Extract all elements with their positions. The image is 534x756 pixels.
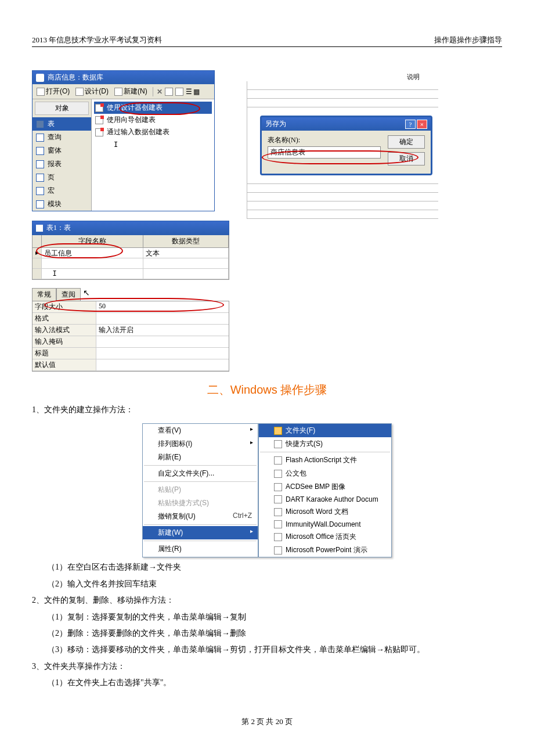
context-menu: 查看(V)排列图标(I)刷新(E)自定义文件夹(F)...粘贴(P)粘贴快捷方式… [142,423,258,557]
create-wizard-icon [95,116,103,124]
tab-general[interactable]: 常规 [32,288,56,301]
field-name-cell[interactable]: 员工信息 [42,248,143,258]
shortcut-label: Ctrl+Z [233,512,252,520]
prop-row-mask[interactable]: 输入掩码 [33,336,229,348]
header-right: 操作题操作步骤指导 [434,35,502,45]
prop-row-format[interactable]: 格式 [33,313,229,325]
submenu-label: ImmunityWall.Document [286,520,361,528]
toolbar-new[interactable]: 新建(N) [113,86,149,97]
table-row[interactable]: ▸ 员工信息 文本 [33,248,229,258]
filetype-icon [274,483,282,491]
tab-lookup[interactable]: 查阅 [56,288,81,301]
p-1: 1、文件夹的建立操作方法： [32,404,502,416]
table-design-title: 表1：表 [46,223,71,233]
help-icon[interactable]: ? [405,120,416,129]
cancel-button[interactable]: 取消 [388,152,425,165]
prop-row-caption[interactable]: 标题 [33,348,229,359]
submenu-item[interactable]: Microsoft Office 活页夹 [259,530,391,543]
submenu-item[interactable]: DART Karaoke Author Docum [259,494,391,505]
submenu-item[interactable]: ImmunityWall.Document [259,519,391,530]
toolbar-open[interactable]: 打开(O) [35,86,71,97]
ok-button[interactable]: 确定 [388,135,425,149]
menu-item[interactable]: 撤销复制(U)Ctrl+Z [143,510,258,523]
menu-item: 粘贴(P) [143,483,258,496]
submenu-item[interactable]: 公文包 [259,467,391,480]
p-2-1: （1）复制：选择要复制的文件夹，单击菜单编辑→复制 [32,611,502,624]
filetype-icon [274,508,282,516]
menu-item[interactable]: 属性(R) [143,542,258,556]
db-window-title: 商店信息：数据库 [48,73,103,82]
row-selector-icon[interactable]: ▸ [33,248,42,258]
detail-view-icon[interactable]: ▦ [193,88,199,96]
menu-item[interactable]: 自定义文件夹(F)... [143,467,258,480]
saveas-label: 表名称(N): [268,135,381,145]
main-item-wizard[interactable]: 使用向导创建表 [94,114,212,126]
open-icon [37,88,45,96]
submenu-label: Flash ActionScript 文件 [286,455,357,465]
p-1-1: （1）在空白区右击选择新建→文件夹 [32,561,502,574]
submenu-item[interactable]: Microsoft PowerPoint 演示 [259,543,391,557]
property-tabs: 常规 查阅 ↖ [32,288,229,301]
table-row[interactable]: I [33,269,229,279]
db-sidebar: 对象 表 查询 窗体 报表 页 宏 模块 [33,99,92,211]
filetype-icon [274,470,282,478]
p-3-1: （1）在文件夹上右击选择"共享"。 [32,676,502,689]
menu-item[interactable]: 刷新(E) [143,451,258,464]
filetype-icon [274,533,282,541]
sidebar-item-page[interactable]: 页 [33,171,91,184]
submenu-item[interactable]: 快捷方式(S) [259,437,391,451]
ruled-background: 另存为 ? × 表名称(N): 确定 取消 [247,81,438,219]
prop-row-default[interactable]: 默认值 [33,359,229,371]
menu-item: 粘贴快捷方式(S) [143,496,258,510]
submenu-separator [260,452,390,452]
sidebar-item-table[interactable]: 表 [33,117,91,131]
toolbar-misc-icon-1[interactable] [165,88,173,96]
submenu-item[interactable]: ACDSee BMP 图像 [259,480,391,494]
sidebar-item-query[interactable]: 查询 [33,131,91,144]
submenu-item[interactable]: Flash ActionScript 文件 [259,453,391,467]
sidebar-item-report[interactable]: 报表 [33,157,91,171]
delete-icon[interactable]: ✕ [157,88,163,96]
close-icon[interactable]: × [417,120,427,129]
menu-item[interactable]: 新建(W) [143,526,258,539]
prop-row-ime[interactable]: 输入法模式输入法开启 [33,325,229,336]
sidebar-item-module[interactable]: 模块 [33,197,91,211]
field-type-cell[interactable]: 文本 [143,248,229,258]
submenu-item[interactable]: 文件夹(F) [259,424,391,437]
table-design-grid: 字段名称 数据类型 ▸ 员工信息 文本 I [32,235,229,280]
filetype-icon [274,440,282,448]
p-2-3: （3）移动：选择要移动的文件夹，单击菜单编辑→剪切，打开目标文件夹，单击菜单栏编… [32,643,502,656]
menu-separator [144,524,257,525]
page-header: 2013 年信息技术学业水平考试复习资料 操作题操作步骤指导 [32,35,502,45]
sidebar-item-macro[interactable]: 宏 [33,184,91,197]
submenu-item[interactable]: Microsoft Word 文档 [259,505,391,519]
new-icon [114,88,122,96]
menu-separator [144,541,257,541]
query-icon [36,134,44,142]
db-window-titlebar: 商店信息：数据库 [33,71,214,84]
property-sheet: 字段大小50 格式 输入法模式输入法开启 输入掩码 标题 默认值 [32,301,229,372]
submenu-label: 公文包 [286,469,306,478]
menu-separator [144,465,257,466]
toolbar-misc-icon-2[interactable] [175,88,183,96]
sidebar-item-form[interactable]: 窗体 [33,144,91,157]
list-view-icon[interactable]: ☰ [186,88,191,96]
toolbar-design[interactable]: 设计(D) [74,86,110,97]
saveas-input[interactable] [268,146,381,159]
saveas-titlebar: 另存为 ? × [262,117,431,131]
submenu-label: Microsoft Word 文档 [286,507,348,517]
table-row[interactable] [33,258,229,269]
main-item-designer[interactable]: 使用设计器创建表 [94,102,212,114]
main-item-enterdata[interactable]: 通过输入数据创建表 [94,126,212,138]
section-2-title: 二、Windows 操作步骤 [32,382,502,398]
prop-row-size[interactable]: 字段大小50 [33,301,229,313]
toolbar-separator [153,87,153,96]
table-window-icon [36,225,43,232]
db-window-figure: 商店信息：数据库 打开(O) 设计(D) 新建(N) ✕ ☰ ▦ 对象 [32,70,215,211]
menu-item[interactable]: 排列图标(I) [143,437,258,451]
col-header-fieldname: 字段名称 [42,235,143,247]
submenu-label: ACDSee BMP 图像 [286,482,345,492]
db-toolbar: 打开(O) 设计(D) 新建(N) ✕ ☰ ▦ [33,84,214,99]
menu-item[interactable]: 查看(V) [143,424,258,437]
context-menu-figure: 查看(V)排列图标(I)刷新(E)自定义文件夹(F)...粘贴(P)粘贴快捷方式… [32,423,502,557]
